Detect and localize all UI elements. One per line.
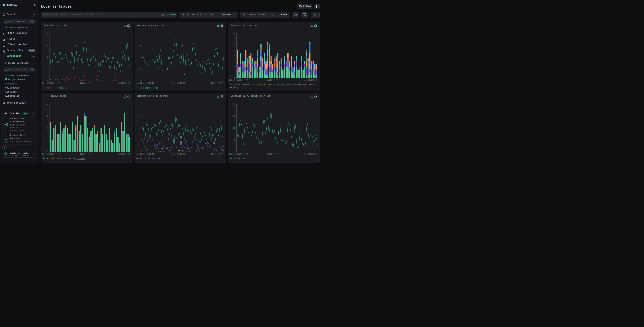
svg-text:11:00:00 PM: 11:00:00 PM: [80, 153, 92, 155]
svg-text:16: 16: [46, 103, 48, 105]
svg-text:Db queries: Db queries: [234, 158, 245, 160]
svg-text:12:30:00 PM: 12:30:00 PM: [211, 82, 223, 84]
svg-text:Average response time: Average response time: [137, 24, 165, 26]
svg-text:DELETE: DELETE: [140, 158, 147, 160]
svg-text:404: 404: [73, 158, 76, 160]
svg-text:300: 300: [138, 56, 142, 58]
svg-text:9: 9: [140, 115, 142, 117]
svg-text:GET: GET: [162, 158, 166, 160]
svg-text:150: 150: [138, 68, 142, 70]
svg-text:DELETE /api/cart: DELETE /api/cart: [234, 84, 252, 86]
svg-text:3: 3: [140, 139, 142, 141]
svg-text:6: 6: [140, 127, 142, 129]
svg-text:4: 4: [234, 66, 235, 68]
svg-text:0: 0: [140, 151, 142, 153]
svg-text:POST: POST: [152, 158, 157, 160]
svg-text:0: 0: [47, 80, 48, 82]
svg-text:12:30:00 PM: 12:30:00 PM: [304, 79, 316, 81]
svg-text:Errors: Errors: [47, 87, 54, 89]
svg-text:8: 8: [47, 127, 48, 129]
svg-text:12:30:00 PM: 12:30:00 PM: [211, 153, 223, 155]
svg-text:422: 422: [64, 158, 68, 160]
svg-text:12: 12: [46, 44, 48, 46]
svg-text:11:00:00 PM: 11:00:00 PM: [266, 79, 279, 81]
svg-text:Requests by HTTP method: Requests by HTTP method: [137, 95, 168, 97]
svg-text:GET /api/users: GET /api/users: [276, 84, 292, 86]
svg-text:11:30:00 PM: 11:30:00 PM: [173, 153, 186, 155]
svg-text:1k: 1k: [140, 32, 142, 34]
svg-text:Oct 26 1:00:00 PM: Oct 26 1:00:00 PM: [42, 153, 61, 155]
svg-text:16: 16: [233, 32, 235, 34]
svg-text:GET /api/cart: GET /api/cart: [257, 84, 271, 86]
svg-text:Requests: Requests: [59, 87, 68, 89]
svg-text:Oct 26 1:00:00 PM: Oct 26 1:00:00 PM: [136, 153, 154, 155]
svg-text:12:30:00 PM: 12:30:00 PM: [304, 153, 316, 155]
svg-text:Oct 26 1:00:00 PM: Oct 26 1:00:00 PM: [136, 82, 154, 84]
svg-text:5: 5: [234, 139, 235, 141]
svg-text:8: 8: [47, 56, 48, 58]
svg-text:8: 8: [234, 55, 235, 57]
svg-text:+2 more: +2 more: [77, 158, 85, 160]
svg-text:12: 12: [140, 103, 142, 105]
svg-text:0: 0: [234, 151, 235, 153]
svg-text:12:30:00 PM: 12:30:00 PM: [118, 153, 130, 155]
svg-text:11:30:00 PM: 11:30:00 PM: [80, 82, 92, 84]
svg-text:Oct 26 1:00:00 PM: Oct 26 1:00:00 PM: [42, 82, 61, 84]
svg-text:0: 0: [140, 80, 142, 82]
svg-text:12: 12: [46, 115, 48, 117]
svg-text:Avg latency (ms): Avg latency (ms): [140, 87, 158, 89]
svg-text:+7 more: +7 more: [230, 86, 238, 88]
svg-text:Database query counts over tim: Database query counts over time: [231, 95, 272, 97]
svg-text:15: 15: [233, 115, 235, 117]
svg-text:0: 0: [47, 151, 48, 153]
svg-text:20: 20: [233, 103, 235, 105]
svg-text:Requests by endpoint: Requests by endpoint: [231, 24, 257, 26]
svg-text:12: 12: [233, 44, 235, 46]
svg-text:Oct 26 1:00:00 PM: Oct 26 1:00:00 PM: [229, 79, 248, 81]
svg-text:11:30:00 PM: 11:30:00 PM: [173, 82, 186, 84]
svg-text:Requests over time: Requests over time: [44, 24, 68, 26]
svg-text:11:30:00 PM: 11:30:00 PM: [266, 153, 279, 155]
svg-text:503: 503: [47, 158, 50, 160]
svg-text:HTTP status codes: HTTP status codes: [44, 95, 66, 97]
svg-text:Oct 26 1:00:00 PM: Oct 26 1:00:00 PM: [229, 153, 248, 155]
svg-text:16: 16: [46, 32, 48, 34]
svg-text:12:30:00 PM: 12:30:00 PM: [118, 82, 130, 84]
svg-text:POST /api/users: POST /api/users: [297, 84, 314, 86]
svg-text:10: 10: [233, 127, 235, 129]
svg-text:500: 500: [56, 158, 59, 160]
svg-text:4: 4: [47, 68, 48, 70]
svg-text:450: 450: [138, 44, 142, 46]
svg-text:0: 0: [234, 77, 235, 79]
svg-text:4: 4: [47, 139, 48, 141]
